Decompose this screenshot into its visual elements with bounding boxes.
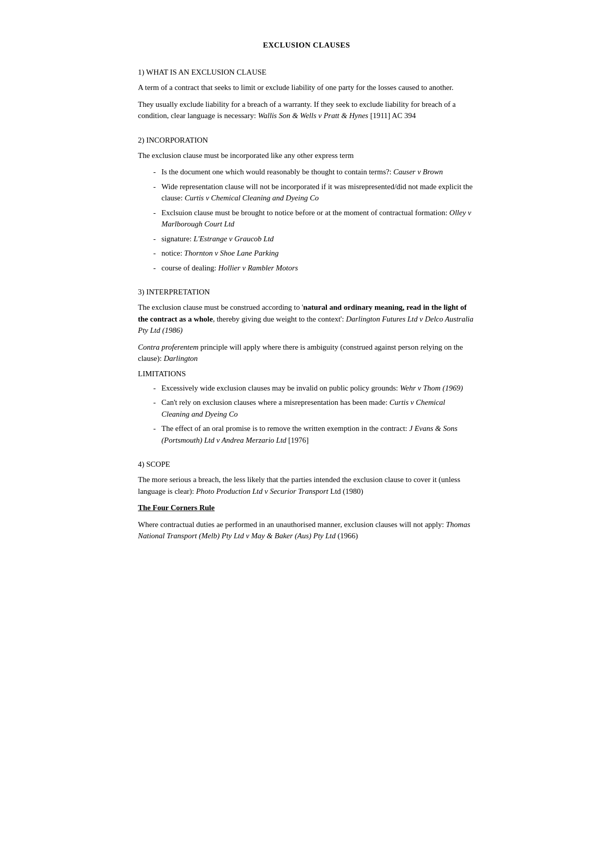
wehr-citation: Wehr v Thom (1969) bbox=[400, 384, 463, 392]
section-1-paragraph-2: They usually exclude liability for a bre… bbox=[138, 99, 475, 122]
list-item: Exclsuion clause must be brought to noti… bbox=[153, 207, 475, 230]
page-title: EXCLUSION CLAUSES bbox=[138, 41, 475, 50]
list-item: The effect of an oral promise is to remo… bbox=[153, 423, 475, 446]
list-item: notice: Thornton v Shoe Lane Parking bbox=[153, 247, 475, 259]
section-3-paragraph-1: The exclusion clause must be construed a… bbox=[138, 302, 475, 336]
section-1-heading: 1) WHAT IS AN EXCLUSION CLAUSE bbox=[138, 68, 475, 77]
curtis-citation-1: Curtis v Chemical Cleaning and Dyeing Co bbox=[184, 194, 318, 202]
list-item: Is the document one which would reasonab… bbox=[153, 166, 475, 178]
four-corners-rule-heading: The Four Corners Rule bbox=[138, 502, 475, 514]
section-1: 1) WHAT IS AN EXCLUSION CLAUSE A term of… bbox=[138, 68, 475, 122]
contra-proferentem-term: Contra proferentem bbox=[138, 343, 198, 351]
four-corners-paragraph: Where contractual duties ae performed in… bbox=[138, 519, 475, 542]
thomas-national-citation: Thomas National Transport (Melb) Pty Ltd… bbox=[138, 520, 470, 540]
section-1-paragraph-1: A term of a contract that seeks to limit… bbox=[138, 82, 475, 94]
section-3-paragraph-2: Contra proferentem principle will apply … bbox=[138, 341, 475, 364]
section-3-heading: 3) INTERPRETATION bbox=[138, 288, 475, 296]
wallis-case-citation: Wallis Son & Wells v Pratt & Hynes bbox=[258, 111, 368, 120]
four-corners-title: The Four Corners Rule bbox=[138, 504, 215, 512]
photo-production-citation: Photo Production Ltd v Securior Transpor… bbox=[196, 487, 328, 495]
list-item: Can't rely on exclusion clauses where a … bbox=[153, 397, 475, 420]
thornton-citation: Thornton v Shoe Lane Parking bbox=[184, 249, 279, 257]
section-4-heading: 4) SCOPE bbox=[138, 460, 475, 469]
limitations-list: Excessively wide exclusion clauses may b… bbox=[153, 382, 475, 446]
section-3: 3) INTERPRETATION The exclusion clause m… bbox=[138, 288, 475, 446]
olley-citation: Olley v Marlborough Court Ltd bbox=[161, 209, 471, 229]
list-item: signature: L'Estrange v Graucob Ltd bbox=[153, 233, 475, 245]
section-4: 4) SCOPE The more serious a breach, the … bbox=[138, 460, 475, 542]
list-item: Wide representation clause will not be i… bbox=[153, 181, 475, 204]
curtis-citation-2: Curtis v Chemical Cleaning and Dyeing Co bbox=[161, 398, 445, 418]
evans-citation: J Evans & Sons (Portsmouth) Ltd v Andrea… bbox=[161, 424, 458, 444]
list-item: Excessively wide exclusion clauses may b… bbox=[153, 382, 475, 394]
darlington-citation-2: Darlington bbox=[163, 354, 198, 362]
section-2-paragraph-1: The exclusion clause must be incorporate… bbox=[138, 150, 475, 162]
list-item: course of dealing: Hollier v Rambler Mot… bbox=[153, 262, 475, 274]
section-2: 2) INCORPORATION The exclusion clause mu… bbox=[138, 136, 475, 274]
page-container: EXCLUSION CLAUSES 1) WHAT IS AN EXCLUSIO… bbox=[107, 31, 506, 566]
hollier-citation: Hollier v Rambler Motors bbox=[218, 264, 298, 272]
section-2-heading: 2) INCORPORATION bbox=[138, 136, 475, 145]
limitations-heading: LIMITATIONS bbox=[138, 370, 475, 378]
section-2-list: Is the document one which would reasonab… bbox=[153, 166, 475, 273]
lestrange-citation: L'Estrange v Graucob Ltd bbox=[194, 235, 274, 243]
section-4-paragraph-1: The more serious a breach, the less like… bbox=[138, 474, 475, 497]
causer-citation: Causer v Brown bbox=[393, 168, 443, 176]
